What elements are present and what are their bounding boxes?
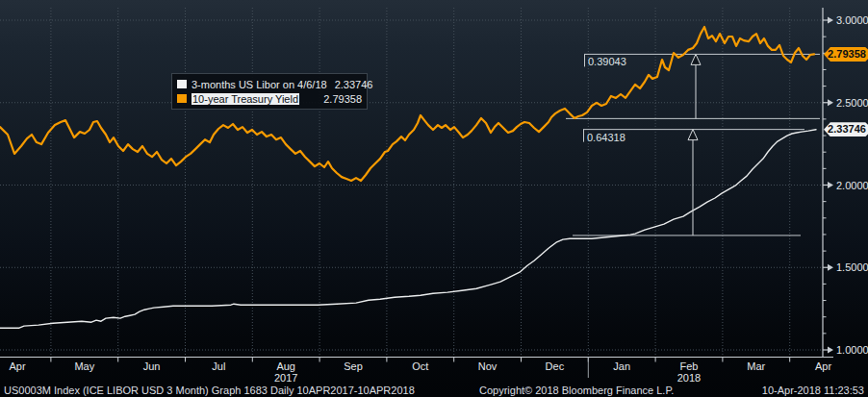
legend-label: 3-months US Libor on 4/6/18: [191, 79, 327, 90]
x-axis-month-label: Mar: [735, 360, 778, 372]
y-tick-arrow: [828, 17, 833, 24]
spread-annotation-top: 0.39043: [588, 56, 626, 67]
y-axis-tick-label: 1.00000: [836, 344, 868, 356]
x-axis-month-label: Apr: [0, 360, 38, 372]
y-axis-tick-label: 2.00000: [836, 180, 868, 191]
x-axis-month-label: Jun: [131, 360, 173, 372]
x-axis-month-label: Nov: [467, 360, 509, 372]
x-axis-month-label: Sep: [332, 360, 374, 372]
y-axis-tick-label: 2.50000: [836, 97, 868, 109]
x-axis-month-label: Dec: [533, 360, 575, 372]
arrow-head: [691, 54, 701, 64]
x-axis-month-label: Aug: [265, 360, 307, 372]
x-axis-month-label: Feb: [668, 360, 710, 372]
spread-annotation-bottom: 0.64318: [587, 132, 625, 143]
x-axis-year-label: 2017: [265, 372, 307, 384]
legend-box[interactable]: 3-months US Libor on 4/6/18 2.33746 10-y…: [171, 73, 368, 110]
copyright-text: Copyright© 2018 Bloomberg Finance L.P.: [479, 385, 674, 396]
legend-label: 10-year Treasury Yield: [191, 93, 299, 105]
y-tick-arrow: [828, 182, 833, 188]
legend-item-treasury[interactable]: 10-year Treasury Yield 2.79358: [177, 91, 362, 106]
legend-value: 2.33746: [327, 79, 373, 90]
libor-price-badge: 2.33746: [824, 122, 868, 136]
y-tick-arrow: [828, 264, 833, 271]
legend-value: 2.79358: [316, 93, 362, 105]
y-axis-tick-label: 1.50000: [836, 261, 868, 273]
x-axis-month-label: Apr: [803, 360, 845, 372]
x-axis-year-label: 2018: [668, 372, 710, 384]
x-axis-month-label: May: [64, 360, 106, 372]
timestamp: 10-Apr-2018 11:23:53: [762, 385, 864, 396]
x-axis-month-label: Jul: [197, 360, 240, 372]
treasury-yield-line: [0, 27, 814, 181]
x-axis-month-label: Jan: [600, 360, 643, 372]
x-axis-month-label: Oct: [399, 360, 442, 372]
bloomberg-chart-window: 3.000002.500002.000001.500001.00000 AprM…: [0, 0, 868, 397]
chart-plot-area[interactable]: [0, 0, 868, 397]
y-axis-tick-label: 3.00000: [836, 14, 868, 26]
security-description: US0003M Index (ICE LIBOR USD 3 Month) Gr…: [4, 385, 415, 396]
arrow-head: [688, 130, 698, 140]
y-tick-arrow: [828, 99, 833, 106]
y-tick-arrow: [828, 347, 833, 354]
libor-series-swatch: [177, 80, 187, 88]
libor-line: [0, 130, 816, 329]
treasury-price-badge: 2.79358: [824, 47, 868, 62]
treasury-series-swatch: [177, 94, 187, 103]
legend-item-libor[interactable]: 3-months US Libor on 4/6/18 2.33746: [177, 77, 362, 91]
